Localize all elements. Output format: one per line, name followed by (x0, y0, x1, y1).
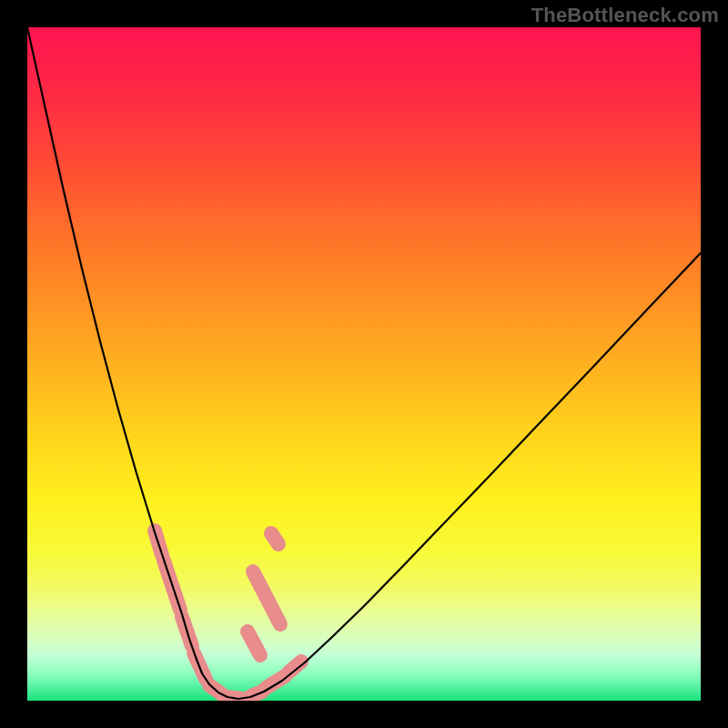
chart-container: TheBottleneck.com (0, 0, 728, 728)
marker-layer (155, 531, 301, 699)
plot-area (27, 27, 701, 701)
bottleneck-curve (27, 27, 701, 699)
watermark-text: TheBottleneck.com (531, 4, 719, 27)
curve-marker (271, 533, 278, 544)
curve-marker (266, 676, 285, 688)
curve-marker (248, 632, 260, 655)
curve-svg (27, 27, 701, 701)
curve-marker (253, 571, 280, 624)
